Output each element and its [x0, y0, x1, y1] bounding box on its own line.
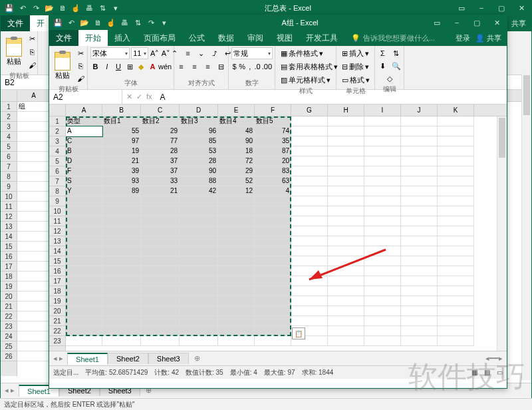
cell[interactable]	[291, 196, 328, 206]
cell[interactable]: F	[66, 166, 102, 176]
cell[interactable]: 90	[180, 166, 218, 176]
row-header[interactable]: 13	[1, 222, 17, 232]
row-header[interactable]: 20	[1, 292, 17, 302]
paste-button[interactable]: 粘贴	[52, 51, 73, 82]
cell[interactable]	[66, 226, 102, 236]
sort-icon[interactable]: ⇅	[98, 3, 107, 13]
cell[interactable]	[401, 186, 438, 196]
cell[interactable]	[17, 252, 51, 262]
cell[interactable]: 93	[102, 176, 141, 186]
cell[interactable]	[401, 196, 438, 206]
row-header[interactable]: 7	[1, 162, 17, 172]
row-header[interactable]: 2	[49, 126, 65, 136]
cell[interactable]	[255, 286, 291, 296]
cell[interactable]	[438, 316, 474, 326]
align-right-icon[interactable]: ≡	[202, 61, 214, 73]
cell[interactable]	[438, 216, 474, 226]
cell[interactable]	[364, 116, 401, 126]
cell[interactable]	[401, 156, 438, 166]
row-header[interactable]: 14	[1, 232, 17, 242]
tell-me[interactable]: 💡告诉我您想要做什么...	[344, 33, 456, 43]
cell[interactable]: 72	[218, 156, 255, 166]
row-header[interactable]: 25	[1, 341, 17, 351]
cell[interactable]	[291, 316, 328, 326]
orientation-icon[interactable]: ⭜	[209, 47, 221, 59]
cell[interactable]	[291, 296, 328, 306]
bold-button[interactable]: B	[90, 61, 100, 73]
cell[interactable]	[218, 246, 255, 256]
cell[interactable]	[102, 276, 141, 286]
cell[interactable]	[291, 256, 328, 266]
cell[interactable]	[141, 226, 180, 236]
cell[interactable]: 28	[141, 146, 180, 156]
cell[interactable]	[180, 286, 218, 296]
tab-layout[interactable]: 页面布局	[137, 30, 182, 46]
minimize-icon[interactable]: −	[447, 15, 467, 30]
cell[interactable]	[255, 336, 291, 346]
cell[interactable]: 数目5	[255, 116, 291, 126]
tab-formula[interactable]: 公式	[182, 30, 211, 46]
cell[interactable]: Y	[66, 186, 102, 196]
sort-icon[interactable]: ⇅	[133, 18, 142, 27]
cell[interactable]	[291, 236, 328, 246]
cell[interactable]: 组	[17, 102, 51, 112]
cell[interactable]	[364, 156, 401, 166]
cell[interactable]	[328, 116, 364, 126]
cell[interactable]: 数目3	[180, 116, 218, 126]
cell[interactable]	[180, 246, 218, 256]
cell[interactable]	[141, 256, 180, 266]
cell[interactable]	[255, 206, 291, 216]
cell[interactable]	[438, 186, 474, 196]
ribbon-opts-icon[interactable]: ▭	[427, 15, 447, 30]
cell[interactable]	[102, 226, 141, 236]
row-header[interactable]: 5	[49, 156, 65, 166]
cell[interactable]	[102, 326, 141, 336]
cond-format-button[interactable]: ▦ 条件格式 ▾	[278, 47, 333, 60]
cell[interactable]	[364, 176, 401, 186]
cell[interactable]	[66, 326, 102, 336]
row-header[interactable]: 26	[1, 351, 17, 361]
cell[interactable]	[438, 176, 474, 186]
cell[interactable]	[401, 226, 438, 236]
more-icon[interactable]: ▾	[111, 3, 120, 13]
row-header[interactable]: 9	[49, 196, 65, 206]
redo-icon[interactable]: ↷	[146, 18, 156, 27]
row-header[interactable]: 15	[1, 242, 17, 252]
cell[interactable]: 12	[218, 186, 255, 196]
cell[interactable]	[328, 136, 364, 146]
row-header[interactable]: 18	[49, 286, 65, 296]
cell[interactable]	[438, 276, 474, 286]
cell[interactable]: A	[66, 126, 102, 136]
row-header[interactable]: 21	[49, 316, 65, 326]
cell[interactable]	[66, 266, 102, 276]
cell[interactable]	[401, 166, 438, 176]
cell[interactable]	[291, 176, 328, 186]
cell[interactable]: 18	[218, 146, 255, 156]
format-painter-icon[interactable]: 🖌	[74, 73, 86, 85]
print-icon[interactable]: 🖶	[120, 18, 129, 27]
cell[interactable]	[291, 306, 328, 316]
cell[interactable]	[438, 226, 474, 236]
cell[interactable]	[328, 126, 364, 136]
cell[interactable]	[364, 186, 401, 196]
share-button[interactable]: 👤 共享	[475, 33, 501, 43]
cell[interactable]	[141, 326, 180, 336]
cell[interactable]	[66, 246, 102, 256]
cell[interactable]	[141, 216, 180, 226]
cell[interactable]	[102, 316, 141, 326]
row-header[interactable]: 3	[49, 136, 65, 146]
cell[interactable]	[17, 142, 51, 152]
view-normal-icon[interactable]: ▦	[471, 369, 477, 376]
cell[interactable]	[102, 306, 141, 316]
tab-home[interactable]: 开始	[78, 30, 108, 46]
row-header[interactable]: 12	[1, 212, 17, 222]
sheet-tab[interactable]: Sheet1	[67, 353, 108, 365]
paste-button[interactable]: 粘贴	[3, 37, 25, 68]
col-header[interactable]: C	[141, 104, 180, 116]
cell[interactable]: S	[66, 176, 102, 186]
cell[interactable]	[141, 246, 180, 256]
underline-button[interactable]: U	[113, 61, 123, 73]
cell[interactable]: 19	[102, 146, 141, 156]
phonetic-icon[interactable]: wén	[159, 61, 171, 73]
cell[interactable]	[66, 286, 102, 296]
